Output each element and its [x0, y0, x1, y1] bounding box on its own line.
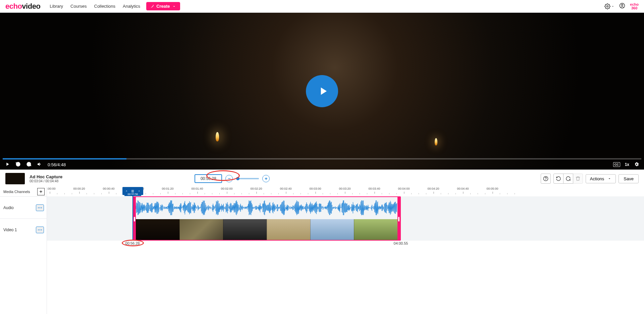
media-title: Ad Hoc Capture — [30, 174, 62, 179]
video-thumbnail — [179, 219, 223, 241]
trim-end-timecode: 04:00.55 — [394, 241, 408, 245]
actions-dropdown[interactable]: Actions — [586, 174, 616, 183]
captions-button[interactable]: CC — [613, 162, 620, 167]
ruler-tick: 00:01:40 — [191, 187, 203, 190]
playhead-time-input[interactable] — [195, 174, 222, 183]
clip-region[interactable] — [132, 196, 401, 241]
volume-button[interactable] — [37, 162, 42, 168]
ruler-tick: 00:04:40 — [457, 187, 469, 190]
save-button[interactable]: Save — [619, 174, 639, 183]
channel-row-audio: Audio ⋯ — [0, 196, 47, 218]
video-thumbnail — [310, 219, 354, 241]
channel-menu-audio[interactable]: ⋯ — [36, 204, 44, 211]
video-thumbnail — [354, 219, 397, 241]
ruler-tick: 00:04:00 — [398, 187, 410, 190]
nav-library[interactable]: Library — [50, 4, 63, 9]
play-small-button[interactable] — [5, 162, 10, 168]
video-thumbnail — [267, 219, 310, 241]
add-channel-button[interactable]: + — [37, 188, 45, 195]
ruler-tick: 00:04:20 — [427, 187, 439, 190]
undo-button[interactable] — [553, 174, 564, 184]
center-tools: − + — [195, 174, 270, 183]
media-thumbnail[interactable] — [5, 173, 25, 184]
svg-point-2 — [622, 4, 623, 6]
channels-column: Media Channels + Audio ⋯ Video 1 ⋯ — [0, 187, 47, 314]
video-track[interactable] — [136, 219, 397, 241]
playhead-marker — [131, 195, 135, 197]
trim-handle-end[interactable] — [397, 197, 400, 240]
chevron-down-icon — [607, 177, 611, 181]
play-icon — [317, 85, 329, 98]
channel-label-audio: Audio — [3, 205, 14, 210]
zoom-in-button[interactable]: + — [262, 175, 270, 182]
media-duration: 00:03:04 / 00:04:48 — [30, 179, 62, 183]
logo[interactable]: echovideo — [5, 2, 40, 11]
channel-label-video1: Video 1 — [3, 228, 17, 232]
help-button[interactable] — [541, 174, 551, 184]
rewind-icon — [15, 162, 21, 167]
waveform — [136, 200, 397, 215]
help-icon — [543, 176, 548, 181]
ruler-tick: 00:03:00 — [309, 187, 321, 190]
ruler-tick: 00:01:20 — [162, 187, 173, 190]
settings-dropdown[interactable] — [604, 3, 614, 9]
video-thumbnail — [223, 219, 267, 241]
nav-analytics[interactable]: Analytics — [123, 4, 140, 9]
ruler-tick: 00:05:00 — [486, 187, 498, 190]
timeline: Media Channels + Audio ⋯ Video 1 ⋯ 00:00… — [0, 187, 644, 314]
play-icon — [5, 162, 10, 167]
ruler-tick: 00:02:40 — [280, 187, 291, 190]
media-title-block: Ad Hoc Capture 00:03:04 / 00:04:48 — [30, 174, 62, 183]
timeline-tracks[interactable]: 00:00:0000:00:2000:00:4000:01:0000:01:20… — [47, 187, 644, 314]
volume-icon — [37, 162, 42, 167]
logo-part2: video — [22, 2, 40, 10]
nav-courses[interactable]: Courses — [70, 4, 87, 9]
channels-label: Media Channels — [3, 190, 30, 194]
player-settings-button[interactable] — [634, 162, 639, 168]
caret-down-icon — [611, 5, 614, 8]
channels-header: Media Channels + — [0, 187, 47, 196]
video-content — [216, 132, 219, 141]
logo-part1: echo — [5, 2, 22, 10]
redo-icon — [566, 176, 571, 181]
ruler-tick: 00:00:20 — [73, 187, 85, 190]
history-group — [553, 174, 583, 184]
rewind-button[interactable] — [15, 162, 21, 168]
nav-collections[interactable]: Collections — [94, 4, 116, 9]
zoom-out-button[interactable]: − — [225, 175, 233, 182]
playhead[interactable]: 00:00:56 — [132, 196, 133, 241]
ruler-tick: 00:03:20 — [339, 187, 351, 190]
redo-button[interactable] — [563, 174, 573, 184]
svg-point-4 — [545, 180, 546, 180]
time-display: 0:56/4:48 — [48, 162, 66, 167]
zoom-slider[interactable] — [236, 178, 259, 179]
player-controls: 0:56/4:48 CC 1x — [0, 160, 644, 170]
forward-button[interactable] — [26, 162, 32, 168]
svg-point-0 — [607, 5, 608, 7]
right-tools: Actions Save — [541, 174, 639, 184]
ruler-tick: 00:00:40 — [103, 187, 114, 190]
account-button[interactable] — [619, 3, 625, 10]
ruler-tick: 00:00:00 — [47, 187, 56, 190]
ruler-tick: 00:02:20 — [250, 187, 262, 190]
delete-button[interactable] — [573, 174, 583, 184]
editor-toolbar: Ad Hoc Capture 00:03:04 / 00:04:48 − + A… — [0, 170, 644, 187]
create-button[interactable]: Create — [146, 2, 180, 10]
channel-menu-video1[interactable]: ⋯ — [36, 227, 44, 233]
ruler-tick: 00:02:00 — [221, 187, 232, 190]
trim-start-timecode: 00:56.28 — [125, 241, 140, 245]
video-thumbnail — [136, 219, 179, 241]
audio-track[interactable] — [136, 197, 397, 218]
video-player: 0:56/4:48 CC 1x — [0, 13, 644, 170]
trim-handle-start[interactable] — [133, 197, 136, 240]
channel-row-video1: Video 1 ⋯ — [0, 218, 47, 241]
gear-icon — [604, 3, 610, 9]
play-button[interactable] — [306, 75, 338, 107]
speed-button[interactable]: 1x — [625, 162, 629, 167]
video-content — [435, 138, 437, 145]
user-circle-icon — [619, 3, 625, 9]
undo-icon — [556, 176, 561, 181]
echo360-logo[interactable]: echo 360 — [630, 3, 639, 10]
main-nav: Library Courses Collections Analytics — [50, 4, 140, 9]
create-label: Create — [156, 4, 170, 9]
